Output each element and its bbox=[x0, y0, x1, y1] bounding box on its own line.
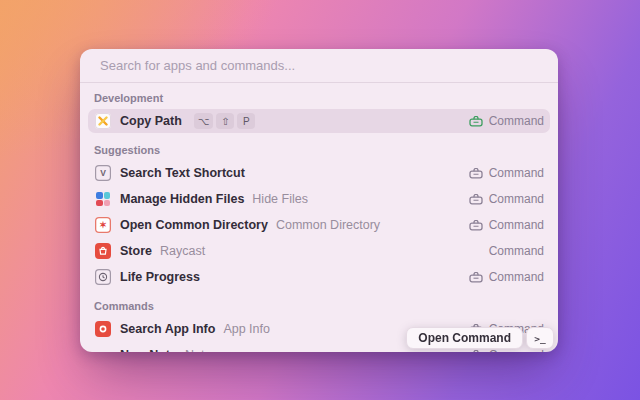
open-command-tooltip: Open Command >_ bbox=[406, 327, 554, 349]
item-title: Life Progress bbox=[120, 270, 200, 284]
extension-app-icon bbox=[469, 194, 483, 205]
item-title: Open Common Directory bbox=[120, 218, 268, 232]
common-directory-icon: ✶ bbox=[95, 217, 111, 233]
item-title: Manage Hidden Files bbox=[120, 192, 244, 206]
item-title: Store bbox=[120, 244, 152, 258]
item-subtitle: Notes bbox=[185, 348, 218, 352]
shortcut-key: ⌥ bbox=[194, 113, 214, 129]
item-type-label: Command bbox=[489, 244, 544, 258]
extension-app-icon bbox=[469, 220, 483, 231]
item-title: New Note bbox=[120, 348, 177, 352]
list-item[interactable]: VSearch Text ShortcutCommand bbox=[88, 161, 550, 185]
item-type-label: Command bbox=[489, 114, 544, 128]
store-icon bbox=[95, 243, 111, 259]
item-subtitle: Raycast bbox=[160, 244, 205, 258]
section-header-development: Development bbox=[88, 83, 550, 109]
item-subtitle: Common Directory bbox=[276, 218, 380, 232]
search-bar bbox=[80, 49, 558, 83]
extension-app-icon bbox=[469, 168, 483, 179]
copy-path-icon bbox=[95, 113, 111, 129]
item-title: Search App Info bbox=[120, 322, 215, 336]
hidden-files-icon bbox=[96, 192, 110, 206]
search-input[interactable] bbox=[100, 58, 538, 73]
results-list: DevelopmentCopy Path⌥⇧PCommandSuggestion… bbox=[80, 83, 558, 352]
extension-app-icon-green bbox=[469, 116, 483, 127]
item-type-label: Command bbox=[489, 192, 544, 206]
list-item[interactable]: Life ProgressCommand bbox=[88, 265, 550, 289]
item-title: Search Text Shortcut bbox=[120, 166, 245, 180]
life-progress-icon bbox=[95, 269, 111, 285]
shortcut-key: ⇧ bbox=[216, 113, 234, 129]
list-item[interactable]: StoreRaycastCommand bbox=[88, 239, 550, 263]
item-type-label: Command bbox=[489, 166, 544, 180]
app-info-icon bbox=[95, 321, 111, 337]
shortcut-key: P bbox=[237, 113, 255, 129]
item-type-label: Command bbox=[489, 270, 544, 284]
command-palette-window: DevelopmentCopy Path⌥⇧PCommandSuggestion… bbox=[80, 49, 558, 352]
text-shortcut-icon: V bbox=[95, 165, 111, 181]
item-title: Copy Path bbox=[120, 114, 182, 128]
item-type-label: Command bbox=[489, 218, 544, 232]
enter-key-icon: >_ bbox=[526, 327, 554, 349]
list-item[interactable]: Copy Path⌥⇧PCommand bbox=[88, 109, 550, 133]
extension-app-icon bbox=[469, 350, 483, 353]
item-subtitle: Hide Files bbox=[252, 192, 308, 206]
list-item[interactable]: ✶Open Common DirectoryCommon DirectoryCo… bbox=[88, 213, 550, 237]
keyboard-shortcut: ⌥⇧P bbox=[194, 113, 256, 129]
open-command-button[interactable]: Open Command bbox=[406, 327, 523, 349]
list-item[interactable]: Manage Hidden FilesHide FilesCommand bbox=[88, 187, 550, 211]
extension-app-icon bbox=[469, 272, 483, 283]
item-subtitle: App Info bbox=[223, 322, 270, 336]
section-header-commands: Commands bbox=[88, 291, 550, 317]
section-header-suggestions: Suggestions bbox=[88, 135, 550, 161]
